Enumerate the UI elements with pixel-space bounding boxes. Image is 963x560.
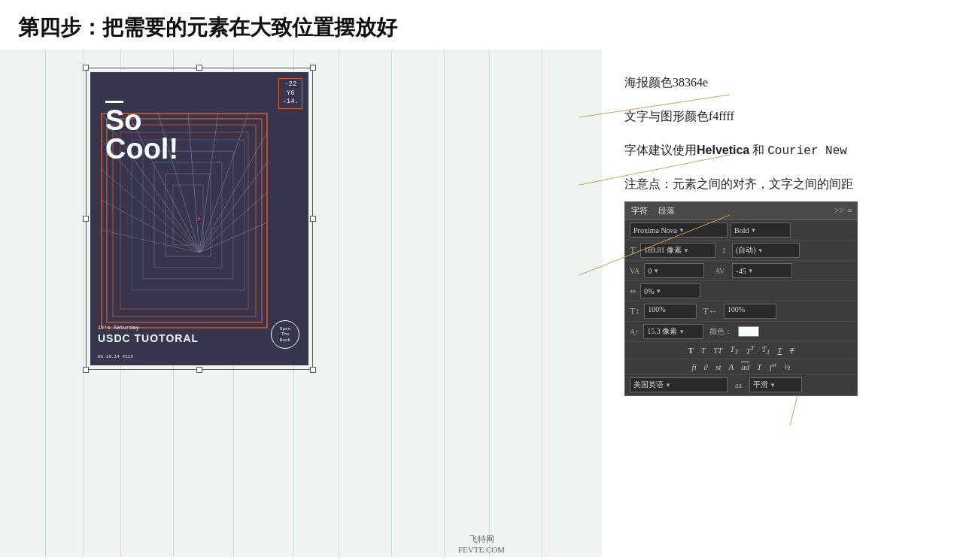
subscript-button[interactable]: T1 [760, 344, 773, 356]
oldstyle-button[interactable]: ∂ [702, 362, 710, 372]
scale-v-value: 100% [648, 305, 665, 313]
panel-tabs: 字符 段落 [630, 204, 676, 217]
font-suggestion-label: 字体建议使用 [624, 144, 697, 156]
baseline-icon: A↑ [630, 328, 639, 336]
tracking-dropdown[interactable]: 0 ▼ [644, 263, 704, 278]
panel-baseline-row: A↑ 15.3 像素 ▼ 颜色： [625, 322, 857, 342]
scale-h-icon: T↔ [703, 306, 717, 317]
canvas-area: -22Y6-14. So Cool! + it's Saturday USDC … [0, 50, 602, 557]
usdc-label: USDC TUOTORAL [98, 332, 199, 344]
handle-ml[interactable] [83, 216, 89, 222]
antialiasing-value: 平滑 [753, 380, 768, 390]
crosshair-mark: + [197, 213, 202, 225]
antialiasing-dropdown[interactable]: 平滑 ▼ [749, 377, 802, 392]
ligature-button[interactable]: fi [690, 362, 699, 372]
poster-date-box: -22Y6-14. [278, 78, 302, 109]
scale-icon: ⇔ [630, 287, 636, 295]
language-arrow: ▼ [665, 382, 671, 389]
page-title: 第四步：把需要的元素在大致位置摆放好 [0, 0, 963, 50]
color-label: 颜色： [709, 326, 732, 337]
font-name-dropdown[interactable]: Proxima Nova ▼ [630, 222, 728, 238]
font-mono-name: Courier New [767, 144, 847, 158]
bold-button[interactable]: T [685, 345, 695, 356]
handle-bl[interactable] [83, 367, 89, 373]
footer-site: 飞特网 [458, 534, 505, 545]
superscript-button[interactable]: TT [743, 344, 756, 356]
scale-h-value: 100% [728, 305, 745, 313]
ornaments-button[interactable]: A [727, 362, 737, 372]
font-size-dropdown[interactable]: 169.81 像素 ▼ [640, 243, 715, 258]
poster-date-bottom: 03.10.14 #113 [98, 354, 133, 359]
kerning-dropdown[interactable]: -45 ▼ [732, 263, 792, 278]
annotation-color1: 海报颜色38364e [624, 72, 948, 94]
color-swatch[interactable] [738, 326, 759, 337]
language-value: 美国英语 [633, 380, 664, 390]
panel-size-row: T 169.81 像素 ▼ ↕ (自动) ▼ [625, 241, 857, 261]
panel-typo-row2: fi ∂ st A ad T Ist ½ [625, 359, 857, 375]
panel-language-row: 美国英语 ▼ aa 平滑 ▼ [625, 375, 857, 395]
circle-badge: OpenTheBook [271, 320, 299, 349]
footer: 飞特网 FEVTE.COM [458, 534, 505, 554]
swash-button[interactable]: st [713, 362, 723, 372]
tracking-arrow: ▼ [653, 268, 659, 274]
fraction-button[interactable]: ½ [782, 362, 792, 372]
handle-mr[interactable] [310, 216, 316, 222]
font-name-value: Proxima Nova [633, 226, 677, 235]
panel-header-icons: >> ≡ [834, 205, 852, 216]
font-style-dropdown[interactable]: Bold ▼ [731, 222, 791, 238]
handle-tm[interactable] [196, 65, 202, 71]
annotation-font: 字体建议使用Helvetica 和 Courier New [624, 140, 948, 162]
panel-expand-icon[interactable]: >> [834, 205, 845, 216]
tab-paragraph[interactable]: 段落 [657, 204, 676, 217]
poster-wrapper[interactable]: -22Y6-14. So Cool! + it's Saturday USDC … [90, 72, 308, 365]
tab-character[interactable]: 字符 [630, 204, 649, 217]
panel-menu-icon[interactable]: ≡ [847, 205, 852, 216]
handle-tl[interactable] [83, 65, 89, 71]
strikethrough-button[interactable]: T [787, 345, 796, 356]
scale-dropdown[interactable]: 0% ▼ [640, 283, 700, 298]
italic-button[interactable]: T [699, 345, 708, 356]
underline-button[interactable]: T [775, 345, 784, 356]
cool-text: Cool! [105, 133, 178, 165]
svg-line-9 [199, 114, 248, 253]
panel-tracking-row: VA 0 ▼ AV -45 ▼ [625, 261, 857, 281]
annotation-note: 注意点：元素之间的对齐，文字之间的间距 [624, 174, 948, 195]
font-size-value: 169.81 像素 [644, 245, 682, 256]
footer-url: FEVTE.COM [458, 545, 505, 554]
font-size-icon: T [630, 244, 636, 256]
panel-scale-row: ⇔ 0% ▼ [625, 281, 857, 301]
handle-bm[interactable] [196, 367, 202, 373]
scale-arrow: ▼ [655, 288, 661, 295]
scale-h-input[interactable]: 100% [724, 304, 776, 319]
tracking-value: 0 [648, 267, 652, 275]
panel-typo-row1: T T TT TT TT T1 T T [625, 342, 857, 359]
smallcaps-button[interactable]: TT [728, 344, 740, 356]
kerning-label-icon: AV [715, 267, 725, 275]
tracking-label-icon: VA [630, 267, 639, 275]
handle-br[interactable] [310, 367, 316, 373]
baseline-dropdown[interactable]: 15.3 像素 ▼ [643, 324, 703, 339]
ordinal-button[interactable]: Ist [767, 360, 779, 373]
contextual-button[interactable]: T [755, 362, 764, 372]
font-name-arrow: ▼ [679, 227, 685, 234]
handle-tr[interactable] [310, 65, 316, 71]
svg-line-26 [790, 395, 797, 425]
line-height-arrow: ▼ [758, 247, 764, 254]
scale-value: 0% [644, 287, 654, 295]
allcaps-button[interactable]: TT [711, 345, 725, 356]
line-height-value: (自动) [736, 245, 756, 256]
so-text: So [105, 104, 142, 136]
poster-title-text: So Cool! [105, 101, 178, 163]
kerning-arrow: ▼ [748, 268, 754, 274]
svg-line-17 [102, 230, 199, 253]
line-height-icon: ↕ [721, 245, 726, 256]
poster: -22Y6-14. So Cool! + it's Saturday USDC … [90, 72, 308, 365]
language-dropdown[interactable]: 美国英语 ▼ [630, 377, 728, 392]
scale-v-input[interactable]: 100% [644, 304, 697, 319]
titling-button[interactable]: ad [739, 362, 752, 372]
panel-header: 字符 段落 >> ≡ [625, 202, 857, 220]
font-style-arrow: ▼ [750, 227, 756, 234]
underscore-decoration [105, 101, 123, 103]
line-height-dropdown[interactable]: (自动) ▼ [732, 243, 800, 258]
svg-line-15 [102, 170, 199, 253]
